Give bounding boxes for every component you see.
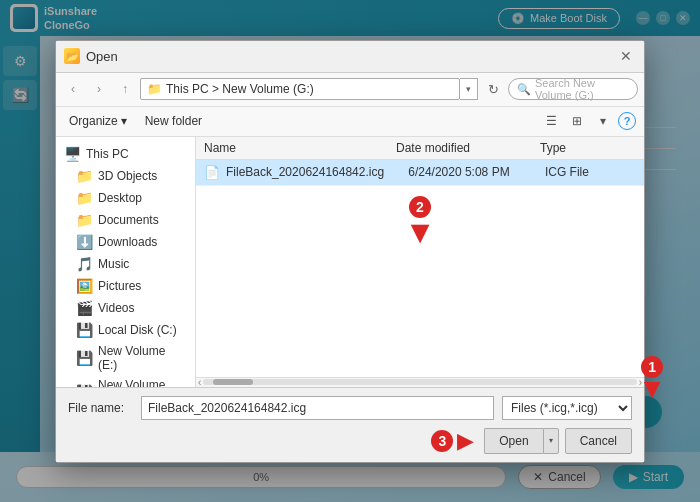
arrow-1-icon: ▼ (638, 378, 666, 400)
search-icon: 🔍 (517, 83, 531, 96)
localc-icon: 💾 (76, 322, 93, 338)
tree-item-desktop[interactable]: 📁 Desktop (56, 187, 195, 209)
file-date: 6/24/2020 5:08 PM (408, 165, 545, 179)
dialog-footer: File name: Files (*.icg,*.icg) 3 ▶ Open … (56, 387, 644, 462)
newe-icon: 💾 (76, 350, 93, 366)
help-button[interactable]: ? (618, 112, 636, 130)
tree-item-newf[interactable]: 💾 New Volume (F:) (56, 375, 195, 387)
address-dropdown[interactable]: ▾ (460, 78, 478, 100)
dialog-buttons: 3 ▶ Open ▾ Cancel (68, 428, 632, 454)
file-list-header: Name Date modified Type (196, 137, 644, 160)
scrollbar-thumb (213, 379, 253, 385)
open-button[interactable]: Open (484, 428, 542, 454)
tree-item-pictures[interactable]: 🖼️ Pictures (56, 275, 195, 297)
filename-input[interactable] (141, 396, 494, 420)
arrow-2-icon: ▼ (404, 218, 436, 247)
file-row-0[interactable]: 📄 FileBack_2020624164842.icg 6/24/2020 5… (196, 160, 644, 186)
dialog-title-text: Open (86, 49, 610, 64)
arrow-3-annotation: 3 ▶ (431, 428, 474, 454)
tree-item-downloads[interactable]: ⬇️ Downloads (56, 231, 195, 253)
scrollbar-track (203, 379, 636, 385)
search-box[interactable]: 🔍 Search New Volume (G:) (508, 78, 638, 100)
col-header-type: Type (540, 141, 636, 155)
arrow-3-icon: ▶ (457, 428, 474, 454)
refresh-button[interactable]: ↻ (482, 78, 504, 100)
organize-button[interactable]: Organize ▾ (64, 112, 132, 130)
dialog-titlebar: 📂 Open ✕ (56, 41, 644, 73)
new-folder-button[interactable]: New folder (140, 112, 207, 130)
file-list: Name Date modified Type 📄 FileBack_20206… (196, 137, 644, 387)
tree-item-3dobjects[interactable]: 📁 3D Objects (56, 165, 195, 187)
file-row-icon: 📄 (204, 165, 220, 180)
col-header-date: Date modified (396, 141, 540, 155)
view-dropdown-button[interactable]: ▾ (592, 110, 614, 132)
toolbar-right: ☰ ⊞ ▾ ? (540, 110, 636, 132)
tree-item-documents[interactable]: 📁 Documents (56, 209, 195, 231)
file-name: FileBack_2020624164842.icg (226, 165, 408, 179)
videos-icon: 🎬 (76, 300, 93, 316)
back-button[interactable]: ‹ (62, 78, 84, 100)
downloads-icon: ⬇️ (76, 234, 93, 250)
open-button-group: Open ▾ (484, 428, 558, 454)
annotation-number-3: 3 (431, 430, 453, 452)
filetype-select[interactable]: Files (*.icg,*.icg) (502, 396, 632, 420)
horizontal-scrollbar[interactable]: ‹ › (196, 377, 644, 387)
view-button-list[interactable]: ☰ (540, 110, 562, 132)
filename-label: File name: (68, 401, 133, 415)
col-header-name: Name (204, 141, 396, 155)
tree-item-thispc[interactable]: 🖥️ This PC (56, 143, 195, 165)
desktop-icon: 📁 (76, 190, 93, 206)
nav-tree: 🖥️ This PC 📁 3D Objects 📁 Desktop 📁 Docu… (56, 137, 196, 387)
tree-item-music[interactable]: 🎵 Music (56, 253, 195, 275)
tree-item-videos[interactable]: 🎬 Videos (56, 297, 195, 319)
filename-row: File name: Files (*.icg,*.icg) (68, 396, 632, 420)
tree-item-newe[interactable]: 💾 New Volume (E:) (56, 341, 195, 375)
3dobjects-icon: 📁 (76, 168, 93, 184)
up-button[interactable]: ↑ (114, 78, 136, 100)
music-icon: 🎵 (76, 256, 93, 272)
file-type: ICG File (545, 165, 636, 179)
path-icon: 📁 (147, 82, 162, 96)
app-container: iSunshare CloneGo 💿 Make Boot Disk — □ ✕… (0, 0, 700, 502)
forward-button[interactable]: › (88, 78, 110, 100)
tree-item-localc[interactable]: 💾 Local Disk (C:) (56, 319, 195, 341)
documents-icon: 📁 (76, 212, 93, 228)
view-button-grid[interactable]: ⊞ (566, 110, 588, 132)
open-dialog: 📂 Open ✕ ‹ › ↑ 📁 This PC > New Volume (G… (55, 40, 645, 463)
address-path: 📁 This PC > New Volume (G:) (140, 78, 460, 100)
arrow-2-annotation: 2 ▼ (196, 196, 644, 247)
dialog-folder-icon: 📂 (64, 48, 80, 64)
dialog-close-button[interactable]: ✕ (616, 46, 636, 66)
thispc-icon: 🖥️ (64, 146, 81, 162)
cancel-dialog-button[interactable]: Cancel (565, 428, 632, 454)
pictures-icon: 🖼️ (76, 278, 93, 294)
dialog-toolbar: Organize ▾ New folder ☰ ⊞ ▾ ? (56, 107, 644, 137)
dialog-addressbar: ‹ › ↑ 📁 This PC > New Volume (G:) ▾ ↻ 🔍 … (56, 73, 644, 107)
dialog-overlay: 📂 Open ✕ ‹ › ↑ 📁 This PC > New Volume (G… (0, 0, 700, 502)
dialog-body: 🖥️ This PC 📁 3D Objects 📁 Desktop 📁 Docu… (56, 137, 644, 387)
open-dropdown[interactable]: ▾ (543, 428, 559, 454)
arrow-1-annotation: 1 ▼ (638, 356, 666, 400)
